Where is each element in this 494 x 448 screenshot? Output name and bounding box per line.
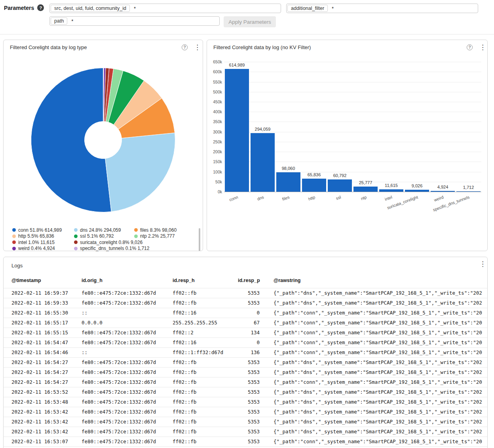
table-row[interactable]: 2022-02-11 16:54:27fe80::e475:72ce:1332:… xyxy=(4,377,487,387)
bar-ssl[interactable] xyxy=(328,179,352,192)
column-header-id-resp-p[interactable]: id.resp_p xyxy=(238,273,260,288)
table-row[interactable]: 2022-02-11 16:54:27fe80::e475:72ce:1332:… xyxy=(4,367,487,377)
cell-id-resp-h: ff02::fb xyxy=(173,357,238,367)
param-field-path[interactable]: path * xyxy=(49,16,220,26)
param-label-chip: path xyxy=(51,17,67,25)
cell-id-resp-p: 136 xyxy=(238,347,260,357)
table-row[interactable]: 2022-02-11 16:53:42fe80::e475:72ce:1332:… xyxy=(4,427,487,437)
cell-id-resp-h: ff02::fb xyxy=(173,407,238,417)
column-header-timestamp[interactable]: @timestamp xyxy=(4,273,82,288)
legend-item-intel[interactable]: intel 1.0% 11,615 xyxy=(12,239,74,246)
bar-conn[interactable] xyxy=(225,69,249,192)
logs-panel: Logs ⋮ @timestampid.orig_hid.resp_hid.re… xyxy=(3,257,488,448)
table-row[interactable]: 2022-02-11 16:55:170.0.0.0255.255.255.25… xyxy=(4,318,487,328)
help-circle-icon[interactable]: ? xyxy=(467,44,473,50)
legend-item-ntp[interactable]: ntp 2.2% 25,777 xyxy=(134,233,195,240)
gridline xyxy=(224,102,481,102)
legend-label: specific_dns_tunnels 0.1% 1,712 xyxy=(80,246,149,251)
cell-timestamp: 2022-02-11 16:53:52 xyxy=(4,387,82,397)
column-header-id-resp-h[interactable]: id.resp_h xyxy=(173,273,238,288)
gridline xyxy=(224,112,481,112)
pie-slice-conn[interactable] xyxy=(31,68,111,212)
legend-item-suricata_corelight[interactable]: suricata_corelight 0.8% 9,026 xyxy=(74,239,195,246)
y-tick-label: 150k xyxy=(213,159,222,164)
kebab-menu-icon[interactable]: ⋮ xyxy=(479,261,486,267)
apply-parameters-button[interactable]: Apply Parameters xyxy=(224,16,276,27)
logs-table-body: 2022-02-11 16:59:37fe80::e475:72ce:1332:… xyxy=(4,288,487,446)
column-header-rawstring[interactable]: @rawstring xyxy=(260,273,487,288)
help-icon[interactable]: ? xyxy=(37,4,44,11)
column-header-id-orig-h[interactable]: id.orig_h xyxy=(82,273,173,288)
bar-dns[interactable] xyxy=(251,133,275,192)
cell-timestamp: 2022-02-11 16:54:27 xyxy=(4,377,82,387)
legend-item-specific_dns_tunnels[interactable]: specific_dns_tunnels 0.1% 1,712 xyxy=(74,246,134,252)
bar-panel: Filtered Corelight data by log (no KV Fi… xyxy=(207,40,488,251)
param-value[interactable]: * xyxy=(71,18,73,24)
cell-id-resp-p: 5353 xyxy=(238,427,260,437)
bar-panel-title: Filtered Corelight data by log (no KV Fi… xyxy=(213,44,311,50)
bar-value-label: 65,836 xyxy=(308,172,321,177)
cell-id-resp-p: 5353 xyxy=(238,407,260,417)
bar-value-label: 4,924 xyxy=(437,185,448,189)
cell-id-resp-h: ff02::fb xyxy=(173,298,238,308)
bar-specific_dns_tunnels[interactable] xyxy=(456,191,481,192)
bar-suricata_corelight[interactable] xyxy=(405,190,429,192)
table-row[interactable]: 2022-02-11 16:54:47fe80::e475:72ce:1332:… xyxy=(4,337,487,347)
y-tick-label: 350k xyxy=(213,119,222,124)
legend-item-dns[interactable]: dns 24.8% 294,059 xyxy=(74,227,134,233)
cell-timestamp: 2022-02-11 16:53:42 xyxy=(4,427,82,437)
param-label-chip: src, dest, uid, fuid, community_id xyxy=(51,5,130,12)
legend-scrollbar[interactable] xyxy=(199,228,200,251)
legend-item-files[interactable]: files 8.3% 98,060 xyxy=(134,227,195,233)
table-row[interactable]: 2022-02-11 16:53:48fe80::e475:72ce:1332:… xyxy=(4,397,487,407)
table-row[interactable]: 2022-02-11 16:59:37fe80::e475:72ce:1332:… xyxy=(4,288,487,298)
y-tick-label: 500k xyxy=(213,90,222,94)
legend-dot xyxy=(74,228,78,232)
bar-weird[interactable] xyxy=(431,191,455,192)
bar-intel[interactable] xyxy=(379,189,403,192)
cell-timestamp: 2022-02-11 16:54:47 xyxy=(4,337,82,347)
legend-item-conn[interactable]: conn 51.8% 614,989 xyxy=(12,227,74,233)
param-field-additional-filter[interactable]: additional_filter * xyxy=(286,4,478,13)
cell-id-orig-h: fe80::e475:72ce:1332:d67d xyxy=(82,417,173,427)
cell-id-resp-h: ff02::fb xyxy=(173,367,238,377)
cell-id-resp-h: ff02::fb xyxy=(173,437,238,446)
legend-label: conn 51.8% 614,989 xyxy=(18,227,62,233)
legend-item-http[interactable]: http 5.5% 65,836 xyxy=(12,233,74,240)
table-row[interactable]: 2022-02-11 16:54:46::ff02::1:ff32:d67d13… xyxy=(4,347,487,357)
table-row[interactable]: 2022-02-11 16:53:52fe80::e475:72ce:1332:… xyxy=(4,387,487,397)
cell-id-resp-p: 5353 xyxy=(238,367,260,377)
cell-id-orig-h: fe80::e475:72ce:1332:d67d xyxy=(82,288,173,298)
table-row[interactable]: 2022-02-11 16:53:42fe80::e475:72ce:1332:… xyxy=(4,407,487,417)
bar-ntp[interactable] xyxy=(353,187,378,192)
cell-rawstring: {"_path":"conn","_system_name":"SmartPCA… xyxy=(260,308,487,318)
pie-slice-dns[interactable] xyxy=(105,133,175,212)
pie-panel: Filtered Corelight data by log type ? ⋮ … xyxy=(3,40,203,251)
kebab-menu-icon[interactable]: ⋮ xyxy=(479,44,486,51)
y-tick-label: 200k xyxy=(213,149,222,154)
legend-dot xyxy=(12,240,16,244)
cell-timestamp: 2022-02-11 16:54:27 xyxy=(4,357,82,367)
cell-timestamp: 2022-02-11 16:59:37 xyxy=(4,288,82,298)
param-field-src-dest-uid-fuid-community-id[interactable]: src, dest, uid, fuid, community_id * xyxy=(49,4,281,13)
cell-id-orig-h: fe80::e475:72ce:1332:d67d xyxy=(82,367,173,377)
cell-timestamp: 2022-02-11 16:55:30 xyxy=(4,308,82,318)
table-row[interactable]: 2022-02-11 16:55:30::ff02::160{"_path":"… xyxy=(4,308,487,318)
legend-dot xyxy=(12,247,16,250)
table-row[interactable]: 2022-02-11 16:55:15fe80::e475:72ce:1332:… xyxy=(4,328,487,337)
bar-files[interactable] xyxy=(276,172,300,192)
table-row[interactable]: 2022-02-11 16:53:07fe80::e475:72ce:1332:… xyxy=(4,437,487,446)
y-tick-label: 400k xyxy=(213,109,222,114)
cell-id-orig-h: :: xyxy=(82,308,173,318)
table-row[interactable]: 2022-02-11 16:53:42fe80::e475:72ce:1332:… xyxy=(4,417,487,427)
cell-rawstring: {"_path":"dns","_system_name":"SmartPCAP… xyxy=(260,298,487,308)
param-value[interactable]: * xyxy=(134,6,136,11)
cell-id-resp-p: 0 xyxy=(238,337,260,347)
cell-id-resp-p: 5353 xyxy=(238,288,260,298)
param-value[interactable]: * xyxy=(332,6,334,11)
table-row[interactable]: 2022-02-11 16:59:33fe80::e475:72ce:1332:… xyxy=(4,298,487,308)
legend-item-weird[interactable]: weird 0.4% 4,924 xyxy=(12,246,74,252)
legend-item-ssl[interactable]: ssl 5.1% 60,792 xyxy=(74,233,134,240)
table-row[interactable]: 2022-02-11 16:54:27fe80::e475:72ce:1332:… xyxy=(4,357,487,367)
bar-http[interactable] xyxy=(302,179,326,192)
